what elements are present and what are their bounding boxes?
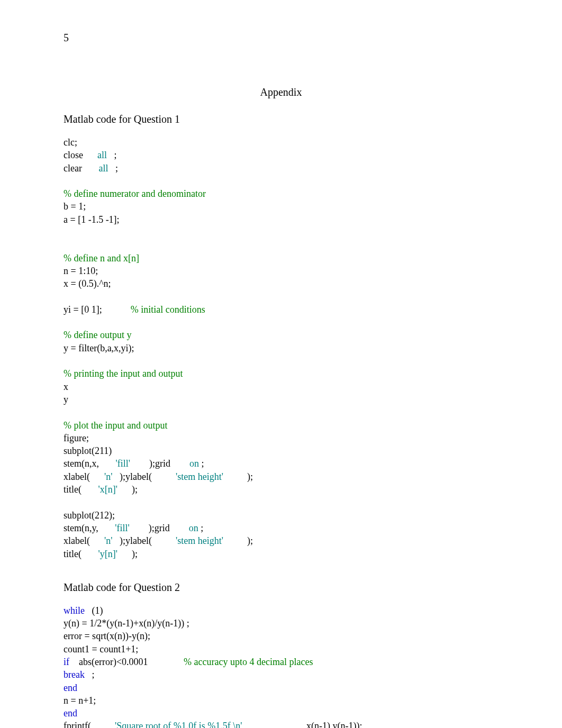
code-token: ); bbox=[117, 549, 138, 559]
page-number: 5 bbox=[64, 32, 498, 44]
code-token-all: all bbox=[98, 163, 108, 174]
code-token: abs(error)<0.0001 bbox=[69, 657, 184, 667]
code-keyword-break: break bbox=[64, 669, 85, 680]
code-token: ; bbox=[85, 669, 95, 680]
code-token: );ylabel( bbox=[112, 535, 175, 546]
code-line: xlabel( bbox=[64, 471, 104, 482]
code-line: b = 1; bbox=[64, 201, 86, 212]
code-token: ; bbox=[107, 150, 117, 160]
code-line: n = n+1; bbox=[64, 695, 96, 706]
code-block-q1: clc; close all ; clear all ; % define nu… bbox=[64, 136, 498, 560]
code-token: );ylabel( bbox=[112, 471, 175, 482]
code-keyword-end: end bbox=[64, 708, 77, 718]
code-line: y(n) = 1/2*(y(n-1)+x(n)/y(n-1)) ; bbox=[64, 618, 189, 629]
section1-heading: Matlab code for Question 1 bbox=[64, 113, 498, 125]
section2-heading-rest: for Question 2 bbox=[116, 581, 180, 593]
code-token: );grid bbox=[130, 458, 189, 469]
code-line: n = 1:10; bbox=[64, 266, 98, 276]
code-line: title( bbox=[64, 549, 98, 559]
code-line: count1 = count1+1; bbox=[64, 644, 138, 654]
code-token: ); bbox=[223, 471, 253, 482]
code-line: stem(n,y, bbox=[64, 523, 115, 533]
code-token: ); bbox=[223, 535, 253, 546]
section2-heading-prefix: Matlab code bbox=[64, 581, 116, 593]
code-line: clear bbox=[64, 163, 98, 174]
code-line: yi = [0 1]; bbox=[64, 304, 131, 315]
code-line: xlabel( bbox=[64, 535, 104, 546]
code-string: 'y[n]' bbox=[98, 549, 117, 559]
code-string: 'stem height' bbox=[176, 535, 223, 546]
code-keyword-while: while bbox=[64, 605, 85, 616]
code-token: ,x(n-1),y(n-1)); bbox=[242, 721, 362, 728]
code-comment: % plot the input and output bbox=[64, 420, 167, 431]
code-line: subplot(211) bbox=[64, 445, 112, 456]
code-string: 'x[n]' bbox=[98, 484, 117, 495]
code-block-q2: while (1) y(n) = 1/2*(y(n-1)+x(n)/y(n-1)… bbox=[64, 604, 498, 728]
code-line: close bbox=[64, 150, 97, 160]
code-string: 'fill' bbox=[116, 458, 130, 469]
code-string: 'Square root of %1.0f is %1.5f \n' bbox=[115, 721, 242, 728]
code-keyword-end: end bbox=[64, 683, 77, 693]
code-line: a = [1 -1.5 -1]; bbox=[64, 214, 120, 225]
code-token: (1) bbox=[85, 605, 103, 616]
section2-heading: Matlab code for Question 2 bbox=[64, 581, 498, 594]
code-token: ); bbox=[117, 484, 138, 495]
section1-heading-prefix: Matlab code bbox=[64, 113, 116, 125]
code-line: y bbox=[64, 394, 68, 405]
code-string: 'n' bbox=[104, 535, 113, 546]
code-token: ; bbox=[199, 458, 204, 469]
code-string: 'stem height' bbox=[176, 471, 223, 482]
code-comment: % define n and x[n] bbox=[64, 253, 139, 263]
code-token-on: on bbox=[189, 458, 199, 469]
code-line: x = (0.5).^n; bbox=[64, 278, 111, 289]
code-keyword-if: if bbox=[64, 657, 69, 667]
code-line: fprintf( bbox=[64, 721, 115, 728]
appendix-heading: Appendix bbox=[64, 86, 498, 98]
code-token: ; bbox=[108, 163, 118, 174]
code-line: clc; bbox=[64, 137, 77, 148]
code-line: figure; bbox=[64, 433, 89, 443]
code-comment: % accuracy upto 4 decimal places bbox=[184, 657, 313, 667]
code-token: ; bbox=[198, 523, 204, 533]
code-line: subplot(212); bbox=[64, 510, 115, 521]
code-line: stem(n,x, bbox=[64, 458, 116, 469]
code-line: y = filter(b,a,x,yi); bbox=[64, 343, 134, 353]
code-line: x bbox=[64, 381, 68, 392]
code-line: title( bbox=[64, 484, 98, 495]
code-comment: % define output y bbox=[64, 330, 131, 340]
code-comment: % printing the input and output bbox=[64, 368, 183, 379]
code-comment: % define numerator and denominator bbox=[64, 188, 206, 199]
code-comment: % initial conditions bbox=[131, 304, 205, 315]
code-token-on: on bbox=[189, 523, 198, 533]
code-token-all: all bbox=[97, 150, 107, 160]
section1-heading-rest: for Question 1 bbox=[116, 113, 180, 125]
code-string: 'fill' bbox=[115, 523, 129, 533]
code-token: );grid bbox=[130, 523, 189, 533]
code-string: 'n' bbox=[104, 471, 113, 482]
code-line: error = sqrt(x(n))-y(n); bbox=[64, 631, 150, 641]
